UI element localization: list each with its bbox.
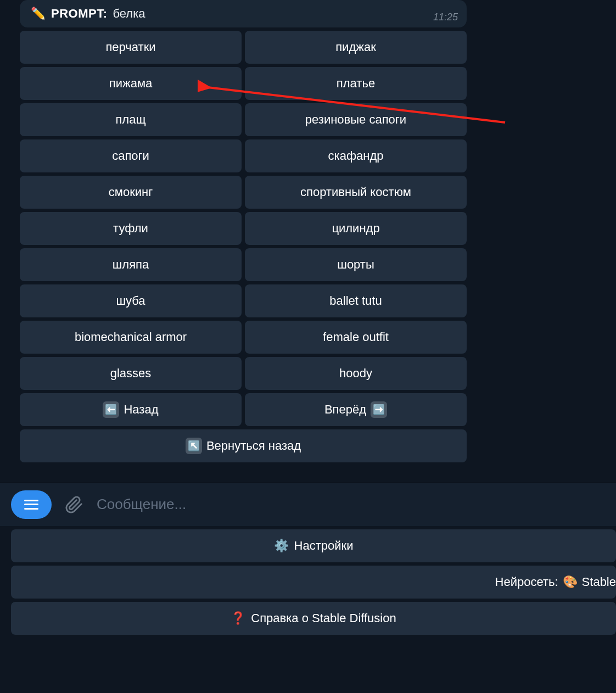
reply-keyboard: ⚙️ Настройки Нейросеть: 🎨 Stable ❓ Справ… (11, 529, 616, 635)
message-input[interactable] (97, 496, 605, 513)
kbd-nav-back[interactable]: ⬅️ Назад (20, 393, 242, 426)
kbd-option[interactable]: шорты (245, 248, 467, 281)
kbd-option[interactable]: пиджак (245, 31, 467, 64)
kbd-option[interactable]: скафандр (245, 139, 467, 172)
arrow-left-icon: ⬅️ (103, 401, 119, 418)
kbd-option[interactable]: пижама (20, 67, 242, 100)
prompt-value: белка (113, 7, 145, 21)
kbd-option[interactable]: цилиндр (245, 212, 467, 245)
kbd-option[interactable]: туфли (20, 212, 242, 245)
prompt-label: PROMPT: (51, 7, 108, 21)
menu-button[interactable] (11, 490, 52, 519)
arrow-right-icon: ➡️ (371, 401, 387, 418)
kbd-return-button[interactable]: ↖️ Вернуться назад (20, 429, 467, 462)
arrow-up-left-icon: ↖️ (186, 438, 202, 454)
kbd-option[interactable]: шляпа (20, 248, 242, 281)
palette-icon: 🎨 (563, 575, 578, 589)
kbd-option[interactable]: hoody (245, 357, 467, 390)
kbd-option[interactable]: ballet tutu (245, 284, 467, 317)
kbd-return-label: Вернуться назад (206, 439, 301, 453)
attach-button[interactable] (65, 494, 83, 515)
reply-help-label: Справка о Stable Diffusion (251, 611, 396, 625)
message-time: 11:25 (433, 12, 458, 23)
gear-icon: ⚙️ (274, 539, 289, 553)
reply-model-button[interactable]: Нейросеть: 🎨 Stable (11, 566, 616, 599)
kbd-option[interactable]: перчатки (20, 31, 242, 64)
reply-settings-button[interactable]: ⚙️ Настройки (11, 529, 616, 562)
kbd-option[interactable]: шуба (20, 284, 242, 317)
pencil-icon: ✏️ (31, 7, 46, 21)
paperclip-icon (65, 494, 83, 515)
bot-message-bubble: ✏️ PROMPT: белка 11:25 (20, 0, 467, 27)
kbd-option[interactable]: платье (245, 67, 467, 100)
composer-bar (0, 482, 616, 526)
kbd-nav-back-label: Назад (124, 403, 158, 417)
reply-model-prefix: Нейросеть: (495, 575, 558, 589)
kbd-option[interactable]: смокинг (20, 176, 242, 209)
kbd-option[interactable]: female outfit (245, 321, 467, 354)
kbd-option[interactable]: спортивный костюм (245, 176, 467, 209)
reply-settings-label: Настройки (294, 539, 354, 553)
hamburger-icon (24, 500, 38, 510)
reply-model-name: Stable (582, 575, 616, 589)
kbd-option[interactable]: glasses (20, 357, 242, 390)
kbd-option[interactable]: сапоги (20, 139, 242, 172)
kbd-option[interactable]: резиновые сапоги (245, 103, 467, 136)
question-icon: ❓ (231, 611, 245, 625)
kbd-nav-forward-label: Вперёд (324, 403, 366, 417)
inline-keyboard: перчатки пиджак пижама платье плащ резин… (20, 31, 467, 462)
kbd-option[interactable]: плащ (20, 103, 242, 136)
kbd-nav-forward[interactable]: Вперёд ➡️ (245, 393, 467, 426)
kbd-option[interactable]: biomechanical armor (20, 321, 242, 354)
reply-help-button[interactable]: ❓ Справка о Stable Diffusion (11, 602, 616, 635)
